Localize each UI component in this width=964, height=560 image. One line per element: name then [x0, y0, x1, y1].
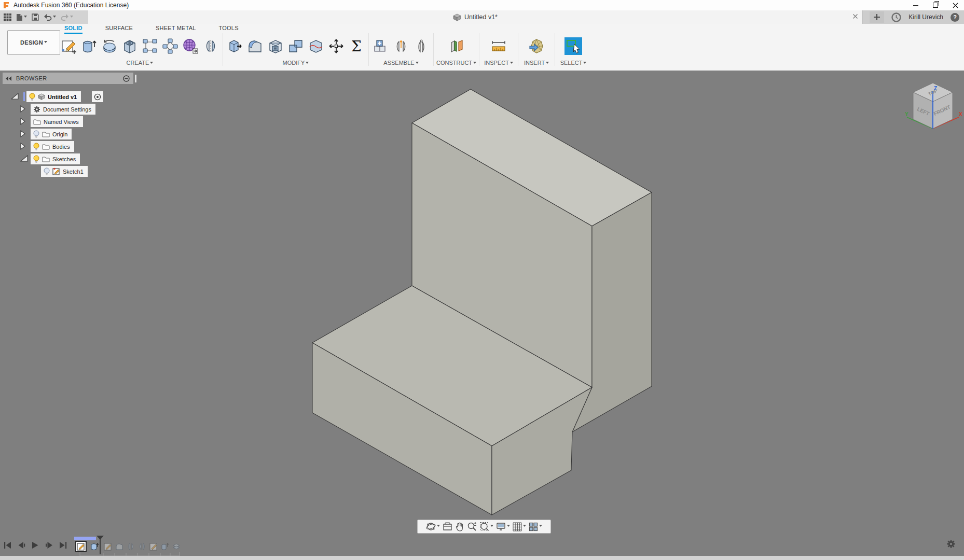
model-3d-body[interactable] — [0, 71, 964, 556]
pan-button[interactable] — [455, 522, 464, 531]
expand-triangle-icon[interactable] — [11, 93, 19, 100]
display-settings-button[interactable] — [496, 522, 510, 531]
mirror-button[interactable] — [201, 35, 220, 58]
group-label-inspect[interactable]: INSPECT — [482, 59, 515, 66]
revolve-button[interactable] — [100, 35, 119, 58]
split-body-button[interactable] — [307, 35, 325, 58]
display-settings-minus-icon[interactable] — [123, 75, 130, 82]
fillet-button[interactable] — [246, 35, 265, 58]
pending-mirror[interactable] — [137, 541, 147, 552]
new-document-tab-button[interactable] — [870, 11, 884, 23]
joint-button[interactable] — [392, 35, 410, 58]
close-window-button[interactable] — [946, 0, 964, 10]
named-views-node[interactable]: Named Views — [31, 116, 83, 127]
bulb-on-icon[interactable] — [33, 155, 39, 163]
view-cube[interactable]: TOP LEFT FRONT Y X Z — [903, 78, 964, 140]
grid-caret — [523, 525, 526, 528]
origin-node[interactable]: Origin — [31, 129, 72, 139]
bulb-off-icon[interactable] — [33, 130, 39, 138]
insert-caret — [546, 62, 549, 65]
sketch1-node[interactable]: Sketch1 — [41, 166, 88, 177]
viewport-canvas[interactable]: BROWSER Untitled v1 — [0, 71, 964, 556]
group-label-assemble[interactable]: ASSEMBLE — [371, 59, 431, 66]
create-form-button[interactable] — [181, 35, 200, 58]
gear-icon — [33, 106, 40, 113]
play-button[interactable] — [31, 541, 39, 549]
change-parameters-button[interactable]: Σ — [347, 35, 366, 58]
insert-mesh-button[interactable] — [527, 35, 546, 58]
redo-button[interactable] — [61, 12, 73, 22]
pending-fillet[interactable] — [115, 541, 124, 552]
help-button[interactable]: ? — [951, 13, 959, 22]
group-label-insert[interactable]: INSERT — [521, 59, 552, 66]
select-button[interactable] — [564, 35, 583, 58]
go-to-end-button[interactable] — [59, 541, 67, 549]
file-menu-button[interactable] — [16, 12, 27, 22]
browser-scrollbar[interactable] — [135, 75, 136, 82]
grid-snap-button[interactable] — [513, 522, 526, 531]
pending-sketch[interactable] — [149, 541, 158, 552]
job-status-clock-icon[interactable] — [891, 12, 901, 22]
shell-button[interactable] — [266, 35, 285, 58]
bulb-on-icon[interactable] — [29, 93, 35, 101]
group-label-create[interactable]: CREATE — [60, 59, 220, 66]
as-built-joint-button[interactable] — [412, 35, 431, 58]
circular-pattern-button[interactable] — [161, 35, 180, 58]
timeline-feature-sketch1[interactable] — [75, 541, 87, 552]
hole-button[interactable] — [120, 35, 139, 58]
undo-button[interactable] — [44, 12, 56, 22]
create-sketch-button[interactable] — [60, 35, 78, 58]
collapsed-triangle-icon[interactable] — [20, 130, 25, 137]
construct-plane-button[interactable] — [447, 35, 466, 58]
fit-button[interactable] — [479, 522, 493, 531]
bodies-node[interactable]: Bodies — [31, 141, 74, 152]
collapsed-triangle-icon[interactable] — [20, 118, 25, 125]
move-copy-button[interactable] — [327, 35, 346, 58]
combine-button[interactable] — [286, 35, 305, 58]
named-views-label: Named Views — [44, 119, 79, 125]
pending-extrude[interactable] — [160, 541, 170, 552]
bulb-on-icon[interactable] — [33, 143, 39, 151]
browser-header[interactable]: BROWSER — [3, 73, 133, 84]
as-built-joint-icon — [413, 38, 430, 54]
expand-triangle-icon[interactable] — [20, 155, 28, 162]
zoom-button[interactable] — [467, 522, 477, 531]
pending-copy[interactable] — [172, 541, 181, 552]
ribbon-toolbar: DESIGN SOLID SURFACE SHEET METAL TOOLS C… — [0, 24, 964, 71]
document-tab[interactable]: Untitled v1* — [88, 10, 863, 24]
group-label-modify[interactable]: MODIFY — [226, 59, 366, 66]
pending-sketch[interactable] — [103, 541, 113, 552]
step-back-button[interactable] — [17, 541, 25, 549]
pending-mirror[interactable] — [126, 541, 135, 552]
extrude-button[interactable] — [80, 35, 99, 58]
data-panel-grid-icon[interactable] — [4, 13, 11, 21]
press-pull-button[interactable] — [226, 35, 244, 58]
workspace-selector[interactable]: DESIGN — [7, 30, 60, 55]
step-forward-button[interactable] — [45, 541, 53, 549]
preferences-gear-icon[interactable] — [946, 539, 956, 549]
user-account-button[interactable]: Kirill Urevich — [908, 13, 943, 21]
group-label-select[interactable]: SELECT — [558, 59, 589, 66]
bulb-off-icon[interactable] — [44, 167, 50, 176]
sketches-node[interactable]: Sketches — [31, 153, 80, 164]
orbit-button[interactable] — [426, 522, 440, 531]
measure-button[interactable] — [489, 35, 508, 58]
circular-pattern-icon — [162, 38, 178, 54]
activate-component-radio[interactable] — [92, 91, 103, 102]
look-at-button[interactable] — [443, 522, 452, 531]
collapsed-triangle-icon[interactable] — [20, 105, 25, 113]
save-icon[interactable] — [32, 13, 39, 21]
group-label-construct[interactable]: CONSTRUCT — [436, 59, 476, 66]
rectangular-pattern-button[interactable] — [141, 35, 159, 58]
minimize-button[interactable] — [907, 0, 925, 10]
collapse-panel-icon[interactable] — [6, 76, 12, 81]
document-settings-node[interactable]: Document Settings — [31, 104, 95, 115]
plus-icon — [874, 14, 880, 20]
document-node[interactable]: Untitled v1 — [26, 91, 81, 102]
restore-button[interactable] — [927, 0, 944, 10]
close-document-button[interactable] — [852, 13, 858, 19]
collapsed-triangle-icon[interactable] — [20, 143, 25, 150]
go-to-start-button[interactable] — [3, 541, 11, 549]
new-component-button[interactable] — [371, 35, 390, 58]
viewports-button[interactable] — [529, 522, 542, 531]
